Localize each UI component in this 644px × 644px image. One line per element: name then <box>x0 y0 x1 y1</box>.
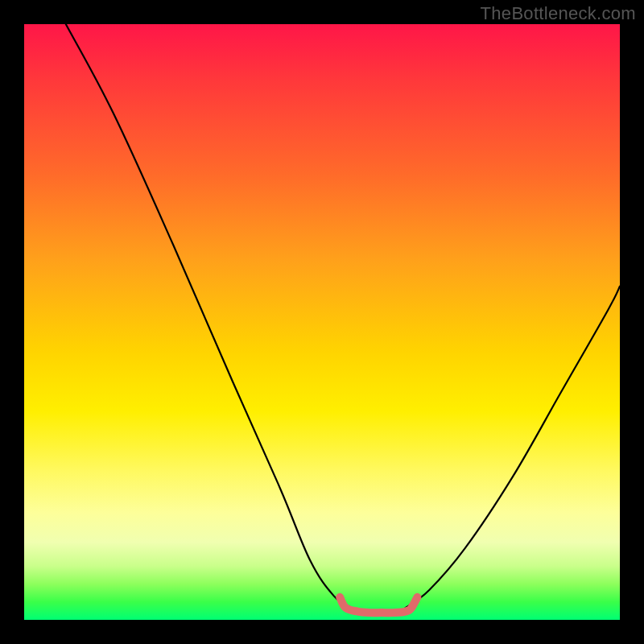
left-curve-path <box>66 24 352 608</box>
plot-area <box>24 24 620 620</box>
chart-frame: TheBottleneck.com <box>0 0 644 644</box>
curve-overlay <box>24 24 620 620</box>
bottom-bracket-path <box>340 597 417 613</box>
watermark-text: TheBottleneck.com <box>481 3 636 24</box>
right-curve-path <box>406 287 620 609</box>
